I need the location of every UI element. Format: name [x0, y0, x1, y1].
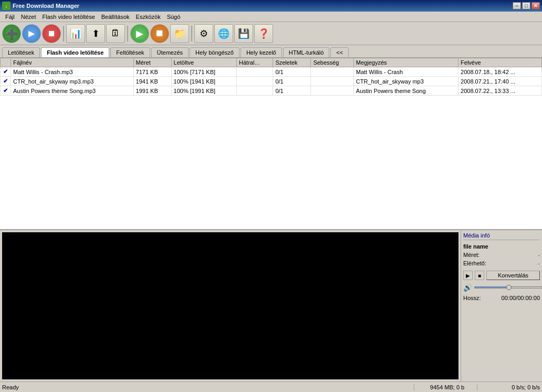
length-value: 00:00/00:00:00 [502, 295, 540, 301]
network-btn[interactable]: 🌐 [214, 24, 233, 43]
chart-btn[interactable]: 📊 [66, 24, 85, 43]
schedule-btn[interactable]: 🗓 [106, 24, 125, 43]
cell-f-jln-v: Matt Willis - Crash.mp3 [11, 67, 134, 77]
length-row: Hossz: 00:00/00:00:00 [463, 295, 540, 301]
tab-[interactable]: << [330, 47, 349, 57]
cell-h-tral- [237, 77, 273, 86]
tab-temezs[interactable]: Ütemezés [151, 47, 189, 57]
tab-hely-bngsz[interactable]: Hely böngésző [190, 47, 239, 57]
col-szeletek[interactable]: Szeletek [273, 58, 311, 67]
cell-let-ltve: 100% [7171 KB] [171, 67, 236, 77]
table-row[interactable]: ✔Matt Willis - Crash.mp37171 KB100% [717… [1, 67, 542, 77]
menu-item-eszközök[interactable]: Eszközök [133, 13, 164, 21]
menu-item-súgó[interactable]: Súgó [164, 13, 184, 21]
app-icon: ↓ [2, 2, 11, 10]
settings-btn[interactable]: ⚙ [194, 24, 213, 43]
help-btn[interactable]: ❓ [254, 24, 273, 43]
bottom-panel: Média infó file name Méret: - Elérhető: … [0, 229, 542, 381]
row-check: ✔ [1, 67, 11, 77]
close-button[interactable]: ✕ [531, 2, 540, 9]
available-row: Elérhető: - [463, 260, 540, 266]
window-controls: ─ □ ✕ [513, 2, 540, 9]
status-bar: Ready 9454 MB; 0 b 0 b/s; 0 b/s [0, 381, 542, 392]
download-table: FájlnévMéretLetöltveHátral…SzeletekSebes… [0, 58, 542, 96]
media-controls: ▶ ■ Konvertálás [463, 271, 540, 280]
cell-szeletek: 0/1 [273, 86, 311, 96]
col-felv-ve[interactable]: Felvéve [458, 58, 542, 67]
menu-item-flash-video-letöltése[interactable]: Flash video letöltése [39, 13, 98, 21]
table-row[interactable]: ✔CTR_hot_air_skyway mp3.mp31941 KB100% [… [1, 77, 542, 86]
cell-f-jln-v: CTR_hot_air_skyway mp3.mp3 [11, 77, 134, 86]
cell-szeletek: 0/1 [273, 77, 311, 86]
volume-slider[interactable] [474, 286, 542, 288]
add-btn[interactable]: ➕ [2, 24, 21, 43]
sep3 [191, 26, 192, 42]
cell-f-jln-v: Austin Powers theme Song.mp3 [11, 86, 134, 96]
title-bar: ↓ Free Download Manager ─ □ ✕ [0, 0, 542, 12]
cell-megjegyz-s: Matt Willis - Crash [353, 67, 458, 77]
col-sebess-g[interactable]: Sebesség [311, 58, 353, 67]
row-check: ✔ [1, 86, 11, 96]
menu-item-beállítások[interactable]: Beállítások [98, 13, 133, 21]
col-check [1, 58, 11, 67]
main-content: FájlnévMéretLetöltveHátral…SzeletekSebes… [0, 58, 542, 229]
cell-megjegyz-s: Austin Powers theme Song [353, 86, 458, 96]
resume-btn[interactable]: ▶ [22, 24, 41, 43]
available-label: Elérhető: [463, 260, 486, 266]
start-btn[interactable]: ▶ [130, 24, 149, 43]
tab-letltsek[interactable]: Letöltések [2, 47, 40, 57]
cell-h-tral- [237, 67, 273, 77]
cell-felv-ve: 2008.07.21., 17:40 ... [458, 77, 542, 86]
cell-felv-ve: 2008.07.18., 18:42 ... [458, 67, 542, 77]
col-h-tral-[interactable]: Hátral… [237, 58, 273, 67]
sep2 [127, 26, 128, 42]
table-body: ✔Matt Willis - Crash.mp37171 KB100% [717… [1, 67, 542, 96]
size-value: - [538, 252, 540, 258]
col-m-ret[interactable]: Méret [133, 58, 171, 67]
play-button[interactable]: ▶ [463, 271, 473, 280]
minimize-button[interactable]: ─ [513, 2, 521, 9]
status-size: 9454 MB; 0 b [414, 384, 477, 390]
cell-h-tral- [237, 86, 273, 96]
cell-sebess-g [311, 77, 353, 86]
window-title: Free Download Manager [13, 3, 513, 9]
length-label: Hossz: [463, 295, 481, 301]
menu-bar: FájlNézetFlash video letöltéseBeállításo… [0, 12, 542, 22]
tab-flash-video-letltse[interactable]: Flash video letöltése [41, 47, 109, 57]
cell-m-ret: 1941 KB [133, 77, 171, 86]
col-let-ltve[interactable]: Letöltve [171, 58, 236, 67]
cell-szeletek: 0/1 [273, 67, 311, 77]
stop2-btn[interactable]: ⏹ [150, 24, 169, 43]
status-ready: Ready [2, 384, 414, 390]
upload-btn[interactable]: ⬆ [86, 24, 105, 43]
row-check: ✔ [1, 77, 11, 86]
menu-item-fájl[interactable]: Fájl [2, 13, 18, 21]
table-row[interactable]: ✔Austin Powers theme Song.mp31991 KB100%… [1, 86, 542, 96]
folder-btn[interactable]: 📁 [170, 24, 189, 43]
cell-sebess-g [311, 67, 353, 77]
cell-felv-ve: 2008.07.22., 13:33 ... [458, 86, 542, 96]
cell-megjegyz-s: CTR_hot_air_skyway mp3 [353, 77, 458, 86]
toolbar: ➕▶⏹📊⬆🗓▶⏹📁⚙🌐💾❓ [0, 22, 542, 45]
volume-row: 🔊 50% [463, 283, 540, 292]
tab-feltltsek[interactable]: Feltöltések [110, 47, 150, 57]
col-f-jln-v[interactable]: Fájlnév [11, 58, 134, 67]
download-list-area: FájlnévMéretLetöltveHátral…SzeletekSebes… [0, 58, 542, 221]
tab-html-turkl[interactable]: HTML-turkáló [283, 47, 330, 57]
stop-btn[interactable]: ⏹ [42, 24, 61, 43]
menu-item-nézet[interactable]: Nézet [18, 13, 39, 21]
table-header: FájlnévMéretLetöltveHátral…SzeletekSebes… [1, 58, 542, 67]
col-megjegyz-s[interactable]: Megjegyzés [353, 58, 458, 67]
cell-let-ltve: 100% [1941 KB] [171, 77, 236, 86]
video-area [2, 232, 458, 379]
convert-button[interactable]: Konvertálás [486, 271, 540, 280]
cell-sebess-g [311, 86, 353, 96]
maximize-button[interactable]: □ [522, 2, 530, 9]
cell-m-ret: 7171 KB [133, 67, 171, 77]
cell-m-ret: 1991 KB [133, 86, 171, 96]
tab-hely-kezel[interactable]: Hely kezelő [241, 47, 282, 57]
size-label: Méret: [463, 252, 480, 258]
volume-icon: 🔊 [463, 283, 472, 292]
stop-media-button[interactable]: ■ [475, 271, 484, 280]
disk-btn[interactable]: 💾 [234, 24, 253, 43]
